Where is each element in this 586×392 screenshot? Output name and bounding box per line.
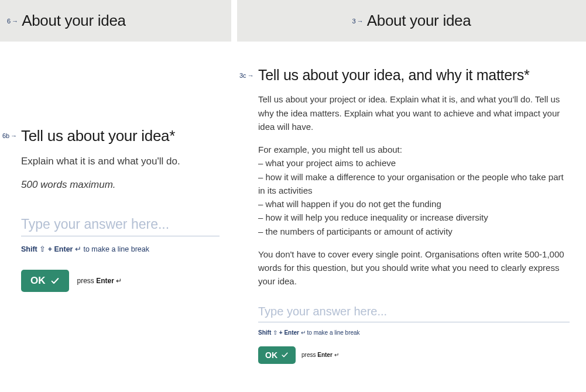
section-header: 3 → About your idea: [237, 0, 586, 42]
example-bullet: – what will happen if you do not get the…: [258, 199, 441, 209]
section-header: 6 → About your idea: [0, 0, 231, 42]
question-title: Tell us about your idea*: [21, 126, 220, 146]
shift-icon: ⇧: [273, 329, 277, 336]
question-description: Tell us about your project or idea. Expl…: [258, 92, 570, 288]
hint-tail: to make a line break: [83, 245, 149, 253]
check-icon: [50, 276, 60, 286]
arrow-right-icon: →: [357, 18, 364, 25]
section-number: 6 →: [7, 18, 18, 25]
press-text: press: [301, 352, 317, 358]
section-number-text: 6: [7, 18, 11, 25]
enter-icon: ↵: [301, 329, 306, 336]
shift-icon: ⇧: [39, 245, 46, 253]
description-paragraph: You don't have to cover every single poi…: [258, 247, 570, 288]
hint-enter: Enter: [284, 329, 299, 336]
example-bullet: – what your project aims to achieve: [258, 158, 396, 168]
action-row: OK press Enter ↵: [21, 270, 220, 292]
hint-shift: Shift: [258, 329, 271, 336]
form-panel-right: 3 → About your idea 3c → Tell us about y…: [237, 0, 586, 392]
question-title: Tell us about your idea, and why it matt…: [258, 66, 570, 84]
enter-text: Enter: [317, 352, 333, 358]
hint-tail: to make a line break: [307, 329, 360, 336]
ok-button-label: OK: [30, 275, 46, 287]
form-panel-left: 6 → About your idea 6b → Tell us about y…: [0, 0, 231, 392]
question-content: 3c → Tell us about your idea, and why it…: [237, 42, 586, 392]
ok-button-label: OK: [265, 350, 277, 360]
press-enter-hint: press Enter ↵: [77, 277, 122, 285]
arrow-right-icon: →: [248, 72, 254, 79]
question-number-text: 3c: [239, 72, 246, 79]
enter-text: Enter: [96, 277, 114, 285]
section-title: About your idea: [22, 12, 126, 30]
description-paragraph: Tell us about your project or idea. Expl…: [258, 92, 570, 133]
description-example-list: For example, you might tell us about: – …: [258, 143, 570, 238]
arrow-right-icon: →: [12, 18, 18, 25]
answer-input[interactable]: [258, 302, 570, 322]
press-enter-hint: press Enter ↵: [301, 352, 339, 358]
line-break-hint: Shift ⇧ + Enter ↵ to make a line break: [258, 329, 570, 336]
example-bullet: – how it will make a difference to your …: [258, 172, 564, 195]
check-icon: [281, 351, 289, 359]
question-number-text: 6b: [2, 132, 9, 139]
example-bullet: – the numbers of participants or amount …: [258, 226, 453, 236]
question-description: Explain what it is and what you'll do.: [21, 154, 220, 169]
question-header: 6b → Tell us about your idea*: [21, 126, 220, 146]
example-intro: For example, you might tell us about:: [258, 145, 402, 154]
question-content: 6b → Tell us about your idea* Explain wh…: [0, 42, 231, 392]
enter-icon: ↵: [75, 245, 81, 253]
ok-button[interactable]: OK: [21, 270, 69, 292]
hint-plus: +: [48, 245, 54, 253]
question-number: 6b →: [2, 132, 17, 139]
section-title: About your idea: [367, 12, 471, 30]
enter-icon: ↵: [333, 352, 339, 358]
example-bullet: – how it will help you reduce inequality…: [258, 212, 488, 222]
action-row: OK press Enter ↵: [258, 346, 570, 364]
word-limit-note: 500 words maximum.: [21, 179, 220, 191]
arrow-right-icon: →: [11, 132, 17, 139]
press-text: press: [77, 277, 97, 285]
answer-input[interactable]: [21, 214, 220, 236]
ok-button[interactable]: OK: [258, 346, 296, 364]
section-number-text: 3: [352, 18, 356, 25]
hint-enter: Enter: [54, 245, 73, 253]
question-header: 3c → Tell us about your idea, and why it…: [258, 66, 570, 84]
question-number: 3c →: [239, 72, 254, 79]
hint-shift: Shift: [21, 245, 37, 253]
line-break-hint: Shift ⇧ + Enter ↵ to make a line break: [21, 245, 220, 253]
section-number: 3 →: [352, 18, 364, 25]
enter-icon: ↵: [114, 277, 122, 285]
